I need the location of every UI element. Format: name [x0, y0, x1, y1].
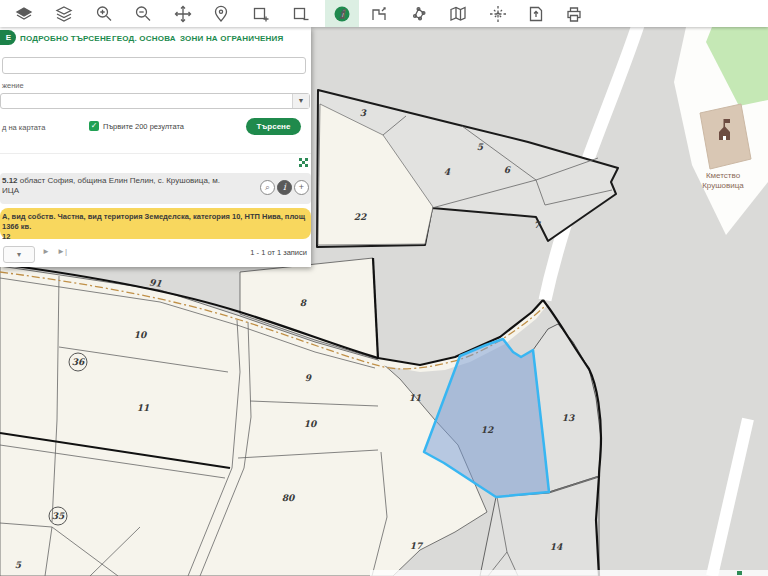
parcel-label: 11 — [137, 403, 150, 413]
measure-area-icon[interactable] — [409, 4, 429, 24]
select-area-add-icon[interactable] — [251, 4, 271, 24]
parcel-label: 91 — [149, 277, 163, 289]
info-icon[interactable]: i — [332, 4, 352, 24]
parcel-label: 13 — [562, 413, 575, 423]
last-page-icon[interactable]: ►| — [57, 247, 67, 256]
parcel-label: 10 — [134, 330, 148, 340]
result-detail-line1: А, вид собств. Частна, вид територия Зем… — [2, 212, 305, 231]
chevron-down-icon[interactable]: ▼ — [292, 94, 309, 108]
parcel-label: 80 — [282, 493, 296, 503]
layers-icon[interactable] — [54, 4, 74, 24]
parcel-label: 10 — [304, 419, 318, 429]
result-row[interactable]: 5.12 област София, община Елин Пелин, с.… — [0, 173, 311, 204]
location-label: жение — [2, 81, 24, 90]
parcel-label: 11 — [409, 393, 422, 403]
parcel-label: 4 — [444, 167, 451, 177]
page-size-dropdown[interactable]: ▾ — [3, 246, 35, 263]
grid-icon[interactable] — [299, 158, 308, 167]
divider — [0, 153, 311, 154]
parcel-label: 5 — [15, 560, 22, 570]
location-select[interactable]: ▼ — [0, 93, 310, 109]
first200-label: Първите 200 резултата — [103, 122, 184, 131]
attribution-logo — [737, 571, 742, 575]
result-title: област София, община Елин Пелин, с. Круш… — [18, 176, 220, 185]
add-icon[interactable]: + — [294, 180, 309, 195]
pagination-summary: 1 - 1 от 1 записи — [250, 248, 307, 257]
pan-icon[interactable] — [173, 4, 193, 24]
tab-search-active[interactable]: Е — [0, 30, 16, 45]
next-page-icon[interactable]: ► — [42, 247, 50, 256]
measure-corner-icon[interactable] — [369, 4, 389, 24]
tab-detailed-search[interactable]: ПОДРОБНО ТЪРСЕНЕ — [20, 34, 111, 43]
search-button[interactable]: Търсене — [246, 118, 301, 135]
page-export-icon[interactable] — [526, 4, 546, 24]
poi-label-line1: Кметство — [706, 171, 741, 180]
parcel-label: 17 — [410, 541, 424, 551]
result-detail-row[interactable]: А, вид собств. Частна, вид територия Зем… — [0, 208, 311, 239]
result-id: 5.12 — [2, 176, 18, 185]
map-extent-label: д на картата — [2, 123, 45, 132]
parcel-label: 12 — [481, 425, 494, 435]
first200-checkbox[interactable]: ✓ — [89, 121, 99, 131]
zoom-in-icon[interactable] — [94, 4, 114, 24]
parcel-label-circled: 35 — [52, 511, 65, 521]
zoom-out-icon[interactable] — [133, 4, 153, 24]
parcel-label: 9 — [305, 373, 312, 383]
result-title-line2: ИЦА — [2, 186, 257, 196]
tab-geodetic-basis[interactable]: ГЕОД. ОСНОВА — [112, 34, 176, 43]
poi-label-line2: Крушовица — [702, 181, 744, 190]
printer-icon[interactable] — [564, 4, 584, 24]
parcel-label: 5 — [477, 142, 484, 152]
select-area-remove-icon[interactable] — [291, 4, 311, 24]
parcel-label: 14 — [550, 542, 563, 552]
tab-restriction-zones[interactable]: ЗОНИ НА ОГРАНИЧЕНИЯ — [180, 34, 283, 43]
top-toolbar: i — [0, 0, 768, 27]
layer-flat-icon[interactable] — [14, 4, 34, 24]
map-fold-icon[interactable] — [448, 4, 468, 24]
info-circle-icon[interactable]: i — [277, 180, 292, 195]
roads-crossing-icon[interactable] — [488, 4, 508, 24]
zoom-to-icon[interactable]: ⌕ — [260, 180, 275, 195]
search-panel: Е ПОДРОБНО ТЪРСЕНЕ ГЕОД. ОСНОВА ЗОНИ НА … — [0, 27, 311, 267]
attribution-bar — [370, 570, 768, 576]
parcel-label-circled: 36 — [72, 357, 86, 367]
parcel-label: 3 — [360, 108, 367, 118]
parcel-label: 22 — [354, 212, 367, 222]
location-pin-icon[interactable] — [211, 4, 231, 24]
search-input[interactable] — [2, 57, 306, 74]
result-detail-line2: 12 — [2, 232, 308, 242]
